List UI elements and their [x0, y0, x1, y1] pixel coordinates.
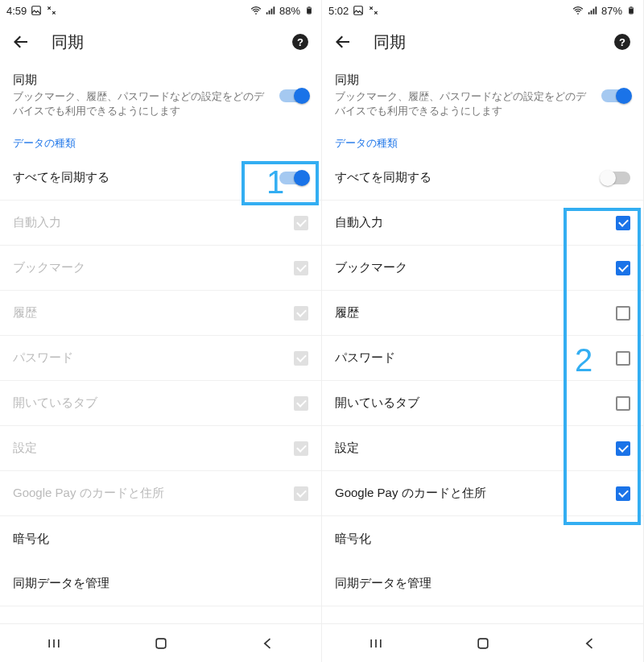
screen-left: 4:59 88% 同期 ?: [0, 0, 322, 662]
help-icon: ?: [292, 34, 308, 50]
sync-title: 同期: [13, 72, 268, 88]
back-nav-button[interactable]: [259, 635, 277, 652]
svg-point-1: [255, 13, 257, 14]
list-item[interactable]: ブックマーク: [322, 246, 643, 291]
checkbox[interactable]: [616, 216, 630, 230]
page-title: 同期: [374, 31, 592, 53]
svg-rect-0: [32, 6, 41, 15]
data-type-list: 自動入力 ブックマーク 履歴 パスワード 開いているタブ 設定 Google P…: [0, 201, 321, 516]
help-icon: ?: [614, 34, 630, 50]
encryption-label: 暗号化: [13, 532, 49, 547]
checkbox[interactable]: [616, 306, 630, 321]
status-time: 4:59: [6, 5, 27, 17]
svg-rect-11: [478, 639, 488, 648]
sync-all-toggle[interactable]: [601, 172, 630, 184]
status-bar: 4:59 88%: [0, 0, 321, 21]
sync-all-label: すべてを同期する: [335, 170, 431, 185]
list-item: 自動入力: [0, 201, 321, 246]
item-label: Google Pay のカードと住所: [335, 486, 486, 501]
manage-label: 同期データを管理: [335, 576, 431, 591]
sync-master-toggle[interactable]: [279, 89, 308, 102]
sync-all-row[interactable]: すべてを同期する: [322, 155, 643, 201]
item-label: 履歴: [13, 305, 37, 321]
recents-button[interactable]: [45, 635, 63, 652]
back-button[interactable]: [332, 31, 354, 53]
item-label: 自動入力: [13, 215, 61, 230]
topbar: 同期 ?: [322, 21, 643, 63]
wifi-icon: [250, 5, 262, 16]
item-label: ブックマーク: [335, 260, 407, 275]
battery-icon: [303, 5, 315, 16]
list-item: ブックマーク: [0, 246, 321, 291]
checkbox[interactable]: [616, 396, 630, 411]
svg-point-7: [577, 13, 579, 14]
manage-sync-data-row[interactable]: 同期データを管理: [322, 561, 643, 606]
home-button[interactable]: [474, 635, 492, 652]
topbar: 同期 ?: [0, 21, 321, 63]
sync-all-label: すべてを同期する: [13, 170, 109, 185]
signal-icon: [265, 5, 276, 16]
status-battery-pct: 87%: [601, 5, 622, 17]
list-item[interactable]: 自動入力: [322, 201, 643, 246]
sync-title: 同期: [335, 72, 590, 88]
sync-all-row[interactable]: すべてを同期する: [0, 155, 321, 201]
encryption-label: 暗号化: [335, 532, 371, 547]
svg-rect-5: [156, 639, 166, 648]
battery-icon: [625, 5, 637, 16]
checkbox[interactable]: [616, 261, 630, 275]
status-battery-pct: 88%: [279, 5, 300, 17]
checkbox: [294, 216, 308, 230]
android-nav-bar: [0, 623, 321, 662]
item-label: パスワード: [335, 350, 395, 366]
item-label: 設定: [13, 441, 37, 456]
item-label: 履歴: [335, 305, 359, 321]
status-bar: 5:02 87%: [322, 0, 643, 21]
checkbox[interactable]: [616, 351, 630, 366]
back-nav-button[interactable]: [581, 635, 599, 652]
screen-right: 5:02 87% 同期 ?: [322, 0, 644, 662]
encryption-row[interactable]: 暗号化: [322, 516, 643, 561]
list-item[interactable]: パスワード: [322, 336, 643, 381]
back-button[interactable]: [10, 31, 32, 53]
checkbox: [294, 486, 308, 501]
item-label: 設定: [335, 441, 359, 456]
sync-master-row: 同期 ブックマーク、履歴、パスワードなどの設定をどのデバイスでも利用できるように…: [322, 63, 643, 130]
status-time: 5:02: [328, 5, 349, 17]
svg-rect-6: [354, 6, 363, 15]
encryption-row[interactable]: 暗号化: [0, 516, 321, 561]
item-label: 自動入力: [335, 215, 383, 230]
sync-all-toggle[interactable]: [279, 172, 308, 184]
list-item[interactable]: 開いているタブ: [322, 381, 643, 426]
list-item: Google Pay のカードと住所: [0, 471, 321, 516]
item-label: ブックマーク: [13, 260, 85, 275]
item-label: 開いているタブ: [335, 395, 419, 411]
home-button[interactable]: [152, 635, 170, 652]
signal-icon: [587, 5, 598, 16]
image-icon: [353, 5, 364, 16]
image-icon: [31, 5, 42, 16]
list-item[interactable]: 履歴: [322, 291, 643, 336]
svg-rect-10: [630, 6, 633, 7]
checkbox[interactable]: [616, 441, 630, 456]
manage-label: 同期データを管理: [13, 576, 109, 591]
checkbox[interactable]: [616, 486, 630, 501]
list-item: 開いているタブ: [0, 381, 321, 426]
checkbox: [294, 441, 308, 456]
manage-sync-data-row[interactable]: 同期データを管理: [0, 561, 321, 606]
data-types-label: データの種類: [0, 130, 321, 155]
recents-button[interactable]: [367, 635, 385, 652]
checkbox: [294, 396, 308, 411]
data-types-label: データの種類: [322, 130, 643, 155]
android-nav-bar: [322, 623, 643, 662]
list-item: 設定: [0, 426, 321, 471]
list-item[interactable]: 設定: [322, 426, 643, 471]
tools-icon: [368, 5, 379, 16]
help-button[interactable]: ?: [289, 31, 312, 53]
list-item[interactable]: Google Pay のカードと住所: [322, 471, 643, 516]
checkbox: [294, 351, 308, 366]
sync-master-toggle[interactable]: [601, 89, 630, 102]
help-button[interactable]: ?: [611, 31, 634, 53]
svg-rect-9: [630, 9, 633, 14]
item-label: パスワード: [13, 350, 73, 366]
svg-rect-4: [308, 6, 311, 7]
